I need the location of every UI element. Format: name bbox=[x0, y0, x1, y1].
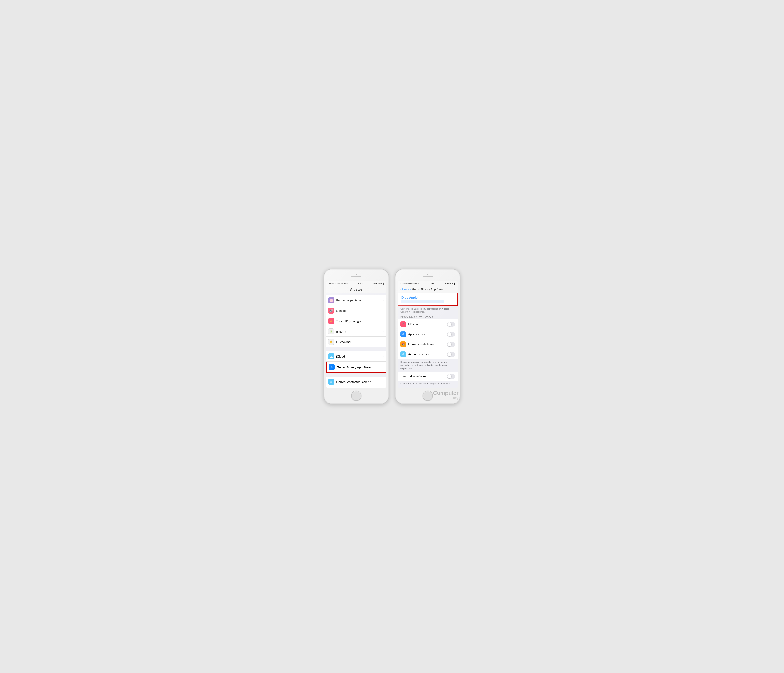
mobile-data-row[interactable]: Usar datos móviles bbox=[398, 372, 457, 381]
apps-toggle-icon: A bbox=[400, 332, 406, 337]
settings-item-sounds[interactable]: 🔊 Sonidos › bbox=[327, 305, 386, 316]
wallpaper-icon: 🌸 bbox=[328, 297, 334, 303]
settings-item-icloud[interactable]: ☁ iCloud › bbox=[327, 351, 386, 361]
mail-label: Correo, contactos, calend. bbox=[336, 380, 383, 384]
nav-bar-right: ‹ Ajustes iTunes Store y App Store bbox=[398, 286, 457, 292]
time-left: 12:09 bbox=[358, 283, 363, 285]
music-toggle-switch[interactable] bbox=[447, 322, 455, 327]
battery-icon: 🔋 bbox=[328, 328, 334, 335]
music-toggle-icon: 🎵 bbox=[400, 321, 406, 327]
toggle-music[interactable]: 🎵 Música bbox=[398, 319, 457, 329]
apple-id-value bbox=[401, 299, 444, 303]
touchid-label: Touch ID y código bbox=[336, 319, 383, 323]
privacy-icon: ✋ bbox=[328, 339, 334, 345]
icloud-label: iCloud bbox=[336, 355, 383, 358]
settings-item-wallpaper[interactable]: 🌸 Fondo de pantalla › bbox=[327, 295, 386, 305]
music-label: Música bbox=[408, 322, 447, 326]
settings-item-touchid[interactable]: ☝ Touch ID y código › bbox=[327, 316, 386, 326]
status-bar-left: ●●○○○ vodafone ES ≈ 12:09 ⊕ ◉ 75 % ▐ bbox=[327, 281, 386, 286]
speaker-left bbox=[356, 274, 357, 275]
mail-chevron: › bbox=[383, 380, 384, 383]
apple-id-row[interactable]: ID de Apple: bbox=[398, 293, 457, 306]
settings-item-appstore[interactable]: A iTunes Store y App Store › bbox=[327, 361, 386, 372]
wallpaper-label: Fondo de pantalla bbox=[336, 299, 383, 302]
time-right: 12:09 bbox=[429, 283, 435, 285]
battery-text-left: ⊕ ◉ 75 % ▐ bbox=[373, 283, 384, 285]
settings-item-mail[interactable]: ✉ Correo, contactos, calend. › bbox=[327, 377, 386, 387]
separator-2 bbox=[327, 372, 386, 377]
section-header-autodownload: DESCARGAS AUTOMÁTICAS bbox=[398, 315, 457, 319]
appstore-label: iTunes Store y App Store bbox=[337, 366, 382, 369]
touchid-chevron: › bbox=[383, 319, 384, 322]
right-screen: ●●○○○ vodafone ES ≈ 12:09 ⊕ ◉ 75 % ▐ ‹ A… bbox=[398, 281, 457, 388]
autodownload-description: Descargar automáticamente las nuevas com… bbox=[398, 359, 457, 372]
back-chevron-icon: ‹ bbox=[400, 288, 401, 291]
battery-label: Batería bbox=[336, 330, 383, 333]
home-button-right[interactable] bbox=[423, 391, 433, 401]
left-screen: ●●○○○ vodafone ES ≈ 12:09 ⊕ ◉ 75 % ▐ Aju… bbox=[327, 281, 386, 388]
touchid-icon: ☝ bbox=[328, 318, 334, 324]
icloud-icon: ☁ bbox=[328, 353, 334, 359]
toggle-list: 🎵 Música A Aplicaciones 📚 Libros y audio… bbox=[398, 319, 457, 359]
nav-title-left: Ajustes bbox=[329, 288, 384, 291]
right-phone: ●●○○○ vodafone ES ≈ 12:09 ⊕ ◉ 75 % ▐ ‹ A… bbox=[395, 269, 460, 404]
separator-1 bbox=[327, 347, 386, 351]
nav-back-button[interactable]: ‹ Ajustes bbox=[400, 288, 411, 291]
toggle-updates[interactable]: A Actualizaciones bbox=[398, 349, 457, 359]
appstore-chevron: › bbox=[382, 366, 383, 369]
battery-chevron: › bbox=[383, 330, 384, 333]
carrier-text-left: ●●○○○ vodafone ES ≈ bbox=[329, 283, 348, 285]
toggle-books[interactable]: 📚 Libros y audiolibros bbox=[398, 340, 457, 349]
phone-top-left bbox=[324, 269, 389, 281]
nav-back-label: Ajustes bbox=[402, 288, 411, 291]
privacy-chevron: › bbox=[383, 340, 384, 343]
settings-section-3: ✉ Correo, contactos, calend. › 📝 Notas ›… bbox=[327, 377, 386, 388]
updates-label: Actualizaciones bbox=[408, 352, 447, 356]
mobile-data-label: Usar datos móviles bbox=[400, 374, 447, 378]
left-phone: ●●○○○ vodafone ES ≈ 12:09 ⊕ ◉ 75 % ▐ Aju… bbox=[324, 269, 389, 404]
earpiece-left bbox=[351, 276, 361, 277]
apps-label: Aplicaciones bbox=[408, 332, 447, 336]
books-toggle-icon: 📚 bbox=[400, 341, 406, 347]
home-button-left[interactable] bbox=[351, 391, 361, 401]
earpiece-right bbox=[423, 276, 433, 277]
sounds-icon: 🔊 bbox=[328, 307, 334, 314]
privacy-label: Privacidad bbox=[336, 340, 383, 344]
battery-text-right: ⊕ ◉ 75 % ▐ bbox=[445, 283, 455, 285]
phone-bottom-left bbox=[324, 388, 389, 404]
toggle-apps[interactable]: A Aplicaciones bbox=[398, 329, 457, 340]
watermark: Computer Hoy bbox=[433, 390, 458, 400]
mobile-data-description: Usar la red móvil para las descargas aut… bbox=[398, 381, 457, 387]
mail-icon: ✉ bbox=[328, 379, 334, 385]
page-container: ●●○○○ vodafone ES ≈ 12:09 ⊕ ◉ 75 % ▐ Aju… bbox=[324, 269, 460, 404]
watermark-line2: Hoy bbox=[433, 396, 458, 400]
sounds-chevron: › bbox=[383, 309, 384, 312]
speaker-right bbox=[427, 274, 428, 275]
status-carrier-left: ●●○○○ vodafone ES ≈ bbox=[329, 283, 348, 285]
books-label: Libros y audiolibros bbox=[408, 343, 447, 346]
status-right-left: ⊕ ◉ 75 % ▐ bbox=[373, 283, 384, 285]
status-carrier-right: ●●○○○ vodafone ES ≈ bbox=[400, 283, 419, 285]
appstore-icon: A bbox=[328, 364, 334, 370]
wallpaper-chevron: › bbox=[383, 299, 384, 302]
icloud-chevron: › bbox=[383, 355, 384, 358]
phone-top-right bbox=[395, 269, 460, 281]
carrier-text-right: ●●○○○ vodafone ES ≈ bbox=[400, 283, 419, 285]
watermark-line1: Computer bbox=[433, 390, 458, 396]
scroll-hint bbox=[327, 293, 386, 295]
books-toggle-switch[interactable] bbox=[447, 342, 455, 347]
settings-item-battery[interactable]: 🔋 Batería › bbox=[327, 326, 386, 337]
settings-section-1: 🌸 Fondo de pantalla › 🔊 Sonidos › ☝ Touc… bbox=[327, 295, 386, 347]
status-right-right: ⊕ ◉ 75 % ▐ bbox=[445, 283, 455, 285]
settings-section-2: ☁ iCloud › A iTunes Store y App Store › bbox=[327, 351, 386, 372]
sounds-label: Sonidos bbox=[336, 309, 383, 312]
mobile-data-switch[interactable] bbox=[447, 374, 455, 379]
apple-id-description: Gestiona los ajustes de tu contraseña en… bbox=[398, 306, 457, 315]
apps-toggle-switch[interactable] bbox=[447, 332, 455, 337]
nav-bar-left: Ajustes bbox=[327, 286, 386, 293]
status-bar-right: ●●○○○ vodafone ES ≈ 12:09 ⊕ ◉ 75 % ▐ bbox=[398, 281, 457, 286]
updates-toggle-icon: A bbox=[400, 351, 406, 357]
apple-id-label: ID de Apple: bbox=[401, 296, 455, 299]
updates-toggle-switch[interactable] bbox=[447, 352, 455, 357]
settings-item-privacy[interactable]: ✋ Privacidad › bbox=[327, 337, 386, 347]
